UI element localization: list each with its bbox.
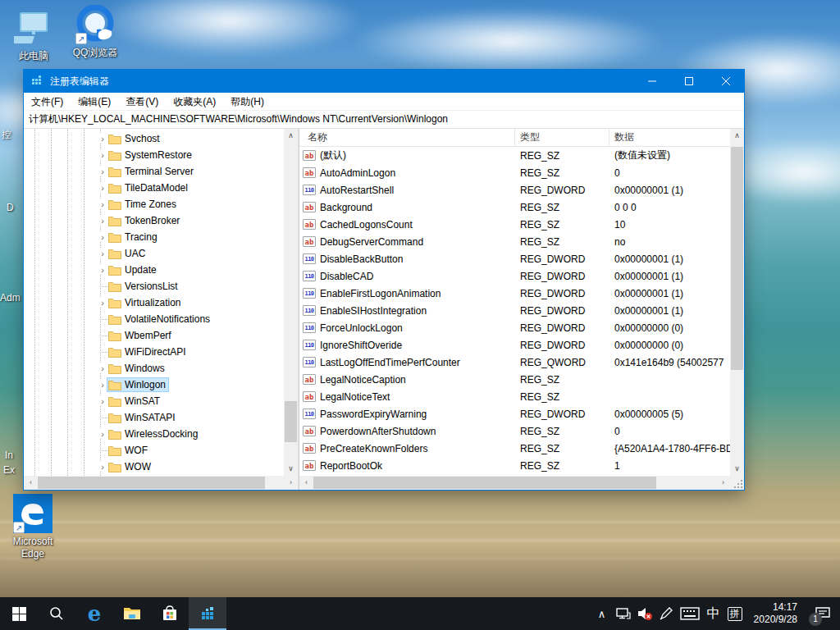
tree-hscroll-thumb[interactable] [38,477,265,489]
scroll-right-icon[interactable]: › [284,476,298,490]
tree-item[interactable]: ›Virtualization [24,294,284,311]
tree-item-body[interactable]: Windows [107,362,167,375]
tree-item[interactable]: ›Svchost [24,130,284,147]
registry-editor-taskbar-button[interactable] [189,597,226,630]
volume-muted-icon[interactable] [634,597,655,630]
scroll-right-icon[interactable]: › [716,476,730,490]
resize-grip[interactable] [730,476,744,490]
ime-mode-indicator[interactable]: 拼 [724,597,746,630]
menu-item[interactable]: 收藏夹(A) [166,93,223,111]
expand-chevron-icon[interactable]: › [98,199,107,209]
value-row[interactable]: 110IgnoreShiftOverideREG_DWORD0x00000000… [299,336,730,354]
tree-item[interactable]: ›Terminal Server [24,163,284,180]
expand-chevron-icon[interactable]: › [98,265,107,275]
value-row[interactable]: abCachedLogonsCountREG_SZ10 [299,216,730,233]
tree-item[interactable]: ›WOW [24,459,284,475]
tree-item[interactable]: ›VolatileNotifications [24,311,284,327]
title-bar[interactable]: 注册表编辑器 [24,70,744,93]
values-horizontal-scrollbar[interactable]: ‹ › [299,476,730,490]
expand-chevron-icon[interactable]: › [98,396,107,406]
tree-item[interactable]: ›Tracing [24,229,284,245]
tree-item[interactable]: ›WOF [24,442,284,459]
expand-chevron-icon[interactable]: › [98,134,107,144]
tree-item-body[interactable]: Tracing [107,231,160,244]
desktop-icon-qq-browser[interactable]: ↗ QQ浏览器 [64,5,126,59]
scroll-left-icon[interactable]: ‹ [299,476,313,490]
tree-item-body[interactable]: WinSATAPI [107,411,178,424]
value-row[interactable]: abAutoAdminLogonREG_SZ0 [299,164,730,181]
scroll-up-icon[interactable]: ∧ [730,129,744,143]
tree-item[interactable]: ›WinSATAPI [24,409,284,426]
value-row[interactable]: 110ForceUnlockLogonREG_DWORD0x00000000 (… [299,319,730,336]
network-icon[interactable] [613,597,634,630]
maximize-button[interactable] [670,70,707,93]
edge-taskbar-button[interactable]: e [75,597,113,630]
expand-chevron-icon[interactable]: › [98,363,107,373]
tree-item[interactable]: ›WbemPerf [24,327,284,344]
value-row[interactable]: 110DisableBackButtonREG_DWORD0x00000001 … [299,250,730,267]
scroll-left-icon[interactable]: ‹ [24,476,38,490]
value-row[interactable]: abBackgroundREG_SZ0 0 0 [299,199,730,216]
tree-item-body[interactable]: TokenBroker [107,214,182,227]
expand-chevron-icon[interactable]: › [98,462,107,472]
tree-item-body[interactable]: UAC [107,247,148,260]
search-button[interactable] [38,597,75,630]
minimize-button[interactable] [633,70,670,93]
value-row[interactable]: ab(默认)REG_SZ(数值未设置) [299,147,730,164]
tree-horizontal-scrollbar[interactable]: ‹ › [24,476,298,490]
tree-item[interactable]: ›TileDataModel [24,180,284,196]
tree-item-body[interactable]: Terminal Server [107,165,196,178]
values-vscroll-thumb[interactable] [731,147,743,370]
tree-item[interactable]: ›UAC [24,245,284,262]
expand-chevron-icon[interactable]: › [98,216,107,226]
value-row[interactable]: abLegalNoticeCaptionREG_SZ [299,371,730,388]
tree-item-body[interactable]: WOF [107,444,150,457]
column-header-data[interactable]: 数据 [609,129,744,146]
value-row[interactable]: 110LastLogOffEndTimePerfCounterREG_QWORD… [299,354,730,371]
tree-item[interactable]: ›Update [24,262,284,278]
ime-language-indicator[interactable]: 中 [703,597,724,630]
tree-item-body[interactable]: SystemRestore [107,148,194,162]
desktop-icon-this-pc[interactable]: 此电脑 [2,8,65,62]
menu-item[interactable]: 查看(V) [118,93,166,111]
tree-item-body[interactable]: Time Zones [107,198,179,211]
expand-chevron-icon[interactable]: › [98,150,107,160]
tree-item-body[interactable]: Update [107,263,159,276]
tree-item[interactable]: ›Windows [24,360,284,377]
tree-item[interactable]: ›TokenBroker [24,212,284,229]
value-row[interactable]: abPreCreateKnownFoldersREG_SZ{A520A1A4-1… [299,440,730,457]
column-header-type[interactable]: 类型 [515,129,609,146]
tree-item[interactable]: ›Time Zones [24,196,284,212]
value-row[interactable]: 110AutoRestartShellREG_DWORD0x00000001 (… [299,181,730,199]
expand-chevron-icon[interactable]: › [98,249,107,258]
store-button[interactable] [151,597,189,630]
expand-chevron-icon[interactable]: › [98,429,107,439]
desktop-icon-edge[interactable]: ↗ Microsoft Edge [2,494,64,560]
scroll-down-icon[interactable]: ∨ [730,462,744,476]
expand-chevron-icon[interactable]: › [98,183,107,193]
expand-chevron-icon[interactable]: › [98,380,107,390]
menu-item[interactable]: 编辑(E) [71,93,118,111]
value-row[interactable]: abDebugServerCommandREG_SZno [299,233,730,250]
tree-item-body[interactable]: TileDataModel [107,181,190,194]
expand-chevron-icon[interactable]: › [98,167,107,176]
tree-item-body[interactable]: VersionsList [107,280,180,293]
file-explorer-button[interactable] [113,597,151,630]
pen-icon[interactable] [655,597,677,630]
tree-item-selected[interactable]: Winlogon [107,378,168,391]
tree-item-body[interactable]: WirelessDocking [107,427,200,441]
expand-chevron-icon[interactable]: › [98,232,107,242]
expand-chevron-icon[interactable]: › [98,298,107,308]
tree-item[interactable]: ›WiFiDirectAPI [24,344,284,360]
value-row[interactable]: abPowerdownAfterShutdownREG_SZ0 [299,422,730,440]
value-row[interactable]: 110PasswordExpiryWarningREG_DWORD0x00000… [299,405,730,422]
address-bar[interactable]: 计算机\HKEY_LOCAL_MACHINE\SOFTWARE\Microsof… [24,111,744,129]
tree-item-body[interactable]: WOW [107,460,153,473]
values-vertical-scrollbar[interactable]: ∧ ∨ [730,129,744,476]
value-row[interactable]: abReportBootOkREG_SZ1 [299,457,730,474]
values-hscroll-thumb[interactable] [313,477,656,489]
tree-item-body[interactable]: VolatileNotifications [107,313,212,326]
touch-keyboard-icon[interactable] [677,597,703,630]
column-header-name[interactable]: 名称 [299,129,515,146]
value-row[interactable]: 110DisableCADREG_DWORD0x00000001 (1) [299,267,730,285]
